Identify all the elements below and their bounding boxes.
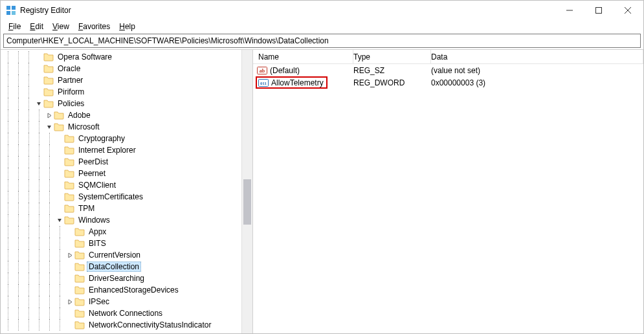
tree-node[interactable]: Network Connections [3, 307, 241, 319]
header-data[interactable]: Data [431, 50, 643, 63]
tree-node[interactable]: Opera Software [3, 51, 241, 63]
tree-node-label: Policies [56, 99, 86, 108]
tree-node[interactable]: NetworkConnectivityStatusIndicator [3, 319, 241, 331]
tree-node[interactable]: Peernet [3, 168, 241, 179]
folder-icon [74, 238, 85, 249]
tree-node-label: Internet Explorer [76, 146, 138, 155]
chevron-right-icon[interactable] [65, 299, 74, 305]
chevron-right-icon[interactable] [65, 252, 74, 258]
tree-node-label: SystemCertificates [76, 192, 145, 201]
tree-node[interactable]: Windows [3, 214, 241, 226]
folder-icon [74, 320, 85, 330]
folder-icon [54, 110, 64, 120]
content-area: Opera SoftwareOraclePartnerPiriformPolic… [1, 49, 643, 333]
tree-node-label: Peernet [76, 169, 107, 178]
folder-icon [43, 87, 54, 97]
header-name[interactable]: Name [253, 50, 353, 63]
folder-icon [74, 285, 85, 295]
folder-icon [64, 145, 74, 155]
svg-rect-0 [6, 6, 10, 10]
folder-icon [74, 296, 85, 307]
tree-node[interactable]: CurrentVersion [3, 249, 241, 261]
tree-node[interactable]: EnhancedStorageDevices [3, 284, 241, 296]
tree-node[interactable]: PeerDist [3, 156, 241, 168]
menu-bar: File Edit View Favorites Help [1, 20, 643, 33]
window-title: Registry Editor [20, 6, 71, 15]
tree-node-label: Piriform [56, 87, 86, 96]
folder-icon [64, 168, 74, 179]
chevron-down-icon[interactable] [34, 101, 43, 107]
svg-rect-2 [6, 11, 10, 15]
tree-node-label: Partner [56, 76, 85, 85]
tree-node-label: CurrentVersion [87, 251, 142, 260]
tree-node[interactable]: Microsoft [3, 121, 241, 133]
folder-icon [43, 63, 54, 74]
tree-node-label: EnhancedStorageDevices [87, 285, 181, 295]
value-data: (value not set) [431, 64, 643, 76]
tree-node-label: Adobe [66, 111, 93, 120]
values-rows: ab(Default)REG_SZ(value not set)011Allow… [253, 64, 643, 333]
value-name: (Default) [270, 66, 300, 75]
header-type[interactable]: Type [353, 50, 431, 63]
tree-node[interactable]: Cryptography [3, 133, 241, 144]
tree-node[interactable]: TPM [3, 203, 241, 214]
tree-node-label: DataCollection [87, 262, 141, 272]
tree-node-label: TPM [76, 204, 96, 213]
value-type: REG_SZ [353, 64, 431, 76]
tree-node[interactable]: DataCollection [3, 261, 241, 273]
chevron-down-icon[interactable] [55, 217, 64, 223]
tree-pane: Opera SoftwareOraclePartnerPiriformPolic… [1, 50, 253, 333]
close-button[interactable] [613, 1, 642, 20]
folder-icon [54, 122, 64, 132]
chevron-down-icon[interactable] [45, 124, 54, 130]
value-row[interactable]: ab(Default)REG_SZ(value not set) [253, 64, 643, 76]
address-bar[interactable]: Computer\HKEY_LOCAL_MACHINE\SOFTWARE\Pol… [3, 34, 641, 48]
menu-view[interactable]: View [49, 21, 73, 32]
tree-node-label: Microsoft [66, 122, 102, 131]
folder-icon [64, 157, 74, 167]
tree-scrollbar[interactable] [241, 50, 252, 333]
tree-node[interactable]: Partner [3, 74, 241, 86]
svg-text:ab: ab [260, 68, 265, 74]
folder-icon [43, 98, 54, 109]
tree-node[interactable]: Appx [3, 226, 241, 238]
tree-node[interactable]: Adobe [3, 109, 241, 121]
folder-icon [64, 133, 74, 144]
folder-icon [74, 250, 85, 260]
tree-node-label: PeerDist [76, 157, 110, 166]
maximize-button[interactable] [584, 1, 613, 20]
minimize-button[interactable] [555, 1, 584, 20]
tree-node[interactable]: Oracle [3, 63, 241, 74]
chevron-right-icon[interactable] [45, 113, 54, 118]
tree-node-label: Windows [76, 216, 112, 225]
value-type: REG_DWORD [353, 76, 431, 89]
svg-text:011: 011 [260, 81, 267, 86]
tree-node-label: Appx [87, 227, 108, 236]
menu-help[interactable]: Help [115, 21, 139, 32]
tree-node-label: Network Connections [87, 309, 164, 318]
tree-node[interactable]: BITS [3, 238, 241, 249]
menu-edit[interactable]: Edit [26, 21, 47, 32]
tree-node[interactable]: SQMClient [3, 179, 241, 191]
menu-favorites[interactable]: Favorites [74, 21, 114, 32]
tree-node[interactable]: IPSec [3, 296, 241, 307]
menu-file[interactable]: File [5, 21, 25, 32]
tree-node-label: DriverSearching [87, 274, 146, 283]
registry-tree[interactable]: Opera SoftwareOraclePartnerPiriformPolic… [1, 50, 241, 333]
dword-value-icon: 011 [258, 78, 269, 88]
tree-node-label: BITS [87, 239, 108, 248]
tree-node[interactable]: Piriform [3, 86, 241, 98]
tree-node[interactable]: SystemCertificates [3, 191, 241, 203]
value-row[interactable]: 011AllowTelemetryREG_DWORD0x00000003 (3) [253, 76, 643, 89]
folder-icon [74, 308, 85, 318]
tree-node[interactable]: Internet Explorer [3, 144, 241, 156]
title-bar: Registry Editor [1, 1, 643, 20]
folder-icon [64, 180, 74, 190]
folder-icon [43, 52, 54, 62]
tree-node-label: Oracle [56, 64, 82, 73]
string-value-icon: ab [257, 65, 267, 76]
scrollbar-thumb[interactable] [243, 179, 251, 225]
tree-node[interactable]: Policies [3, 98, 241, 109]
tree-node[interactable]: DriverSearching [3, 273, 241, 284]
folder-icon [64, 215, 74, 225]
